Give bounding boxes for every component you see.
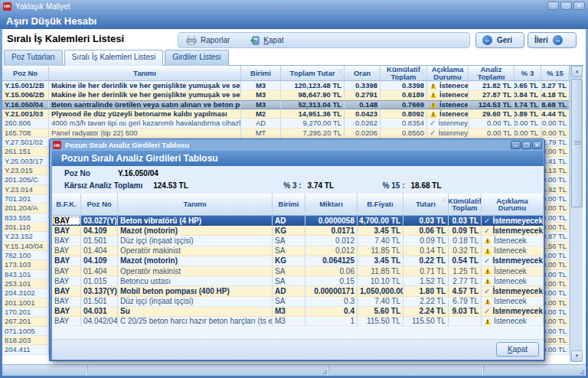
back-button[interactable]: ← Geri (475, 32, 524, 48)
column-header-bfiyati[interactable]: B.Fiyatı (358, 194, 403, 216)
close-icon[interactable]: ✕ (573, 2, 585, 10)
cell-analiz: 0.00 TL (469, 129, 514, 138)
minimize-icon[interactable]: – (547, 2, 559, 10)
cell-birim: SA (273, 297, 305, 307)
cell-p3: 0.00 TL (514, 129, 541, 138)
dialog-close-icon[interactable]: ✕ (532, 141, 542, 149)
scroll-down-icon[interactable]: ▼ (571, 350, 583, 362)
column-header-yuzde15[interactable]: % 15 (541, 66, 570, 81)
cell-p15: 0.00 TL (541, 260, 570, 269)
tab-sirali-is-kalemleri[interactable]: Sıralı İş Kalemleri Listesi (64, 50, 163, 67)
cell-miktar: 0.0000058 (305, 216, 358, 226)
yuzde15-value: 18.68 TL (411, 181, 442, 190)
cell-tutar: 1.80 TL (403, 286, 449, 296)
table-row[interactable]: BAY01.404Operatör makinistSA0.01211.85 T… (52, 246, 544, 256)
dialog-maximize-icon[interactable]: ▢ (521, 141, 531, 149)
cell-tutar: 0.22 TL (403, 256, 449, 266)
table-row[interactable]: BAY04.042/04C 20/25 beton harcı hazır be… (52, 317, 544, 327)
table-row[interactable]: BAY01.501Düz işçi (inşaat işçisi)SA0.37.… (52, 297, 544, 307)
column-header-analiz-toplami[interactable]: Analiz Toplamı (469, 66, 514, 81)
cell-poz: 201.205/C (2, 175, 49, 184)
column-header-aciklama-durumu[interactable]: Açıklama Durumu (427, 66, 469, 81)
resize-grip[interactable] (583, 373, 584, 374)
column-header-poz-no[interactable]: Poz No (81, 194, 118, 216)
scrollbar-thumb[interactable] (571, 79, 583, 207)
cell-miktar: 0.3 (305, 297, 358, 307)
cell-poz: 04.109 (81, 226, 118, 236)
cell-p15: 4.18 TL (541, 90, 570, 99)
cell-bfk: BAY (52, 286, 81, 296)
table-row[interactable]: 260.8064000 m3/h tavan tipi ısı geri kaz… (2, 119, 570, 128)
cell-birim: M3 (273, 317, 305, 327)
cell-p15: 0.00 TL (541, 194, 570, 204)
cell-poz: 701.201 (2, 194, 49, 204)
cell-birim: M3 (241, 100, 281, 109)
cell-kum: 0.18 TL (449, 236, 482, 246)
column-header-bfk[interactable]: B.F.K. (52, 194, 81, 216)
cell-durum: ✓İstenmeyecek (482, 226, 544, 236)
maximize-icon[interactable]: ▢ (560, 2, 572, 10)
table-row[interactable]: Y.21.001/03Plywood ile düz yüzeyli beton… (2, 109, 570, 119)
cell-p15: 1.56 TL (541, 242, 570, 251)
column-header-toplam-tutar[interactable]: Toplam Tutar▽ (281, 66, 345, 81)
cell-durum: !İstenecek (427, 90, 469, 99)
cell-kum: 0.54 TL (449, 256, 482, 266)
cell-fiyat: 115.50 TL (358, 317, 403, 327)
cell-kum: 1.25 TL (449, 266, 482, 276)
cell-analiz: 27.87 TL (469, 90, 514, 99)
table-row[interactable]: BAY01.404Operatör makinistSA0.0611.85 TL… (52, 266, 544, 276)
column-header-aciklama-durumu[interactable]: Açıklama Durumu (482, 194, 544, 216)
table-row[interactable]: Y.15.001/2BMakine ile her derinlik ve he… (2, 81, 570, 90)
reports-button[interactable]: Raporlar (186, 36, 230, 45)
cell-poz: Y.15.140/04 (2, 242, 49, 251)
cell-durum: ✓İstenmeyecek (482, 307, 544, 317)
thumb-grip (574, 141, 581, 142)
poz-no-label: Poz No (64, 169, 118, 178)
column-header-kumulatif-toplam[interactable]: Kümülatif Toplam (449, 194, 482, 216)
cell-poz: 03.027(Y) (81, 216, 118, 226)
cell-p15: 0.00 TL (541, 175, 570, 184)
column-header-tutari[interactable]: Tutarı△ (403, 194, 449, 216)
cell-kum: 0.6189 (381, 90, 427, 99)
cell-p15: 2.79 TL (541, 138, 570, 147)
sort-desc-icon: ▽ (338, 68, 342, 76)
table-row[interactable]: Y.16.050/04Beton santralinde üretilen ve… (2, 100, 570, 109)
cell-toplam: 9,270.00 TL (281, 119, 345, 128)
table-row[interactable]: BAY01.501Düz işçi (inşaat işçisi)SA0.012… (52, 236, 544, 246)
table-row[interactable]: 165.708Panel radyatör (tip 22) 600MT7,29… (2, 129, 570, 138)
tab-poz-tutarlari[interactable]: Poz Tutarları (4, 50, 63, 66)
table-row[interactable]: BAY04.109Mazot (motorin)KG0.0641253.45 T… (52, 256, 544, 266)
cell-fiyat: 3.45 TL (358, 256, 403, 266)
cell-bfk: BAY (52, 226, 81, 236)
column-header-birimi[interactable]: Birimi (241, 66, 281, 81)
column-header-tanimi[interactable]: Tanımı (118, 194, 273, 216)
column-header-poz-no[interactable]: Poz No (2, 66, 49, 81)
dialog-minimize-icon[interactable]: – (511, 141, 521, 149)
table-row[interactable]: BAY03.027(Y)Beton vibratörü (4 HP)AD0.00… (52, 216, 544, 226)
table-row[interactable]: BAY04.031SuM30.45.60 TL2.24 TL9.03 TL✓İs… (52, 307, 544, 317)
cell-poz: 173.103 (2, 260, 49, 269)
cell-tanim: Mazot (motorin) (118, 226, 273, 236)
table-row[interactable]: Y.15.006/2BMakine ile her derinlik ve he… (2, 90, 570, 99)
column-header-yuzde3[interactable]: % 3 (514, 66, 541, 81)
column-header-oran[interactable]: Oran (345, 66, 381, 81)
dialog-banner: Pozun Sıralı Analiz Girdileri Tablosu (52, 151, 544, 166)
column-header-birimi[interactable]: Birimi (273, 194, 305, 216)
column-header-miktari[interactable]: Miktarı (305, 194, 358, 216)
close-page-button[interactable]: Kapat (250, 36, 283, 45)
cell-tutar: 0.09 TL (403, 236, 449, 246)
warning-icon: ! (430, 111, 436, 117)
scroll-up-icon[interactable]: ▲ (571, 66, 583, 77)
dialog-close-button[interactable]: Kapat (496, 342, 539, 357)
tab-girdiler-listesi[interactable]: Girdiler Listesi (165, 50, 228, 66)
table-row[interactable]: BAY01.015Betoncu ustasıSA0.1510.10 TL1.5… (52, 276, 544, 286)
table-row[interactable]: BAY03.137(Y)Mobil beton pompası (400 HP)… (52, 286, 544, 296)
column-header-tanimi[interactable]: Tanımı (49, 66, 241, 81)
cell-p15: 0.00 TL (541, 288, 570, 298)
cell-poz: 260.806 (2, 119, 49, 128)
table-row[interactable]: BAY04.109Mazot (motorin)KG0.01713.45 TL0… (52, 226, 544, 236)
vertical-scrollbar[interactable]: ▲ ▼ (570, 66, 583, 362)
forward-button[interactable]: İleri → (528, 32, 577, 48)
column-header-kumulatif-toplam[interactable]: Kümülatif Toplam▽ (381, 66, 427, 81)
cell-oran: 0.0262 (345, 119, 381, 128)
